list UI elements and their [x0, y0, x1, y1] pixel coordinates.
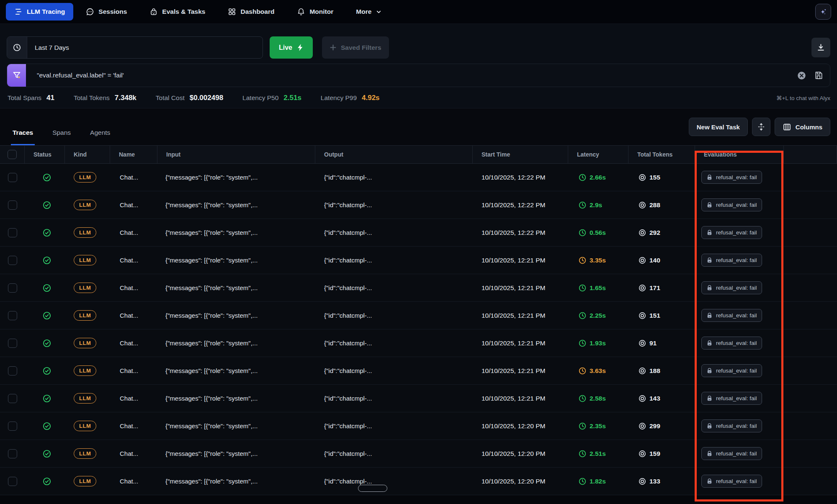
- trace-output[interactable]: {"id":"chatcmpl-...: [324, 385, 372, 412]
- row-checkbox[interactable]: [8, 173, 17, 182]
- evaluation-badge[interactable]: refusal_eval: fail: [701, 254, 762, 267]
- saved-filters-button[interactable]: Saved Filters: [322, 36, 389, 59]
- tab-traces[interactable]: Traces: [11, 129, 35, 145]
- trace-output[interactable]: {"id":"chatcmpl-...: [324, 219, 372, 246]
- table-row[interactable]: LLM Chat... {"messages": [{"role": "syst…: [0, 302, 837, 329]
- trace-input[interactable]: {"messages": [{"role": "system",...: [165, 385, 258, 412]
- row-checkbox[interactable]: [8, 256, 17, 265]
- time-range-select[interactable]: Last 7 Days: [7, 36, 263, 59]
- row-checkbox[interactable]: [8, 422, 17, 431]
- row-checkbox[interactable]: [8, 201, 17, 210]
- clear-query-icon[interactable]: [797, 71, 806, 80]
- query-input[interactable]: "eval.refusal_eval.label" = 'fail': [37, 72, 124, 79]
- trace-name[interactable]: Chat...: [120, 302, 138, 329]
- trace-output[interactable]: {"id":"chatcmpl-...: [324, 164, 372, 191]
- table-row[interactable]: LLM Chat... {"messages": [{"role": "syst…: [0, 468, 837, 495]
- table-row[interactable]: LLM Chat... {"messages": [{"role": "syst…: [0, 329, 837, 357]
- trace-name[interactable]: Chat...: [120, 164, 138, 191]
- new-eval-task-button[interactable]: New Eval Task: [689, 118, 748, 136]
- download-button[interactable]: [811, 38, 830, 57]
- trace-input[interactable]: {"messages": [{"role": "system",...: [165, 164, 258, 191]
- live-button[interactable]: Live: [270, 36, 313, 59]
- trace-output[interactable]: {"id":"chatcmpl-...: [324, 357, 372, 384]
- table-row[interactable]: LLM Chat... {"messages": [{"role": "syst…: [0, 247, 837, 274]
- trace-name[interactable]: Chat...: [120, 274, 138, 301]
- col-evaluations[interactable]: Evaluations: [695, 146, 784, 163]
- table-row[interactable]: LLM Chat... {"messages": [{"role": "syst…: [0, 385, 837, 412]
- alyx-assistant-button[interactable]: [815, 4, 831, 20]
- trace-name[interactable]: Chat...: [120, 247, 138, 274]
- table-row[interactable]: LLM Chat... {"messages": [{"role": "syst…: [0, 357, 837, 385]
- filter-query-bar[interactable]: "eval.refusal_eval.label" = 'fail': [7, 64, 830, 87]
- evaluation-badge[interactable]: refusal_eval: fail: [701, 337, 762, 350]
- col-status[interactable]: Status: [25, 146, 65, 163]
- trace-output[interactable]: {"id":"chatcmpl-...: [324, 274, 372, 301]
- select-all-checkbox[interactable]: [8, 150, 17, 159]
- table-row[interactable]: LLM Chat... {"messages": [{"role": "syst…: [0, 440, 837, 468]
- nav-item-sessions[interactable]: Sessions: [81, 3, 132, 20]
- nav-item-llm-tracing[interactable]: LLM Tracing: [6, 3, 73, 21]
- table-row[interactable]: LLM Chat... {"messages": [{"role": "syst…: [0, 412, 837, 440]
- col-start-time[interactable]: Start Time: [473, 146, 568, 163]
- trace-output[interactable]: {"id":"chatcmpl-...: [324, 247, 372, 274]
- evaluation-badge[interactable]: refusal_eval: fail: [701, 364, 762, 377]
- trace-input[interactable]: {"messages": [{"role": "system",...: [165, 247, 258, 274]
- evaluation-badge[interactable]: refusal_eval: fail: [701, 475, 762, 488]
- trace-input[interactable]: {"messages": [{"role": "system",...: [165, 468, 258, 495]
- trace-input[interactable]: {"messages": [{"role": "system",...: [165, 219, 258, 246]
- table-row[interactable]: LLM Chat... {"messages": [{"role": "syst…: [0, 219, 837, 247]
- trace-name[interactable]: Chat...: [120, 440, 138, 467]
- trace-name[interactable]: Chat...: [120, 357, 138, 384]
- col-input[interactable]: Input: [157, 146, 315, 163]
- nav-item-evals-tasks[interactable]: Evals & Tasks: [144, 3, 210, 20]
- table-row[interactable]: LLM Chat... {"messages": [{"role": "syst…: [0, 191, 837, 219]
- row-checkbox[interactable]: [8, 366, 17, 375]
- row-checkbox[interactable]: [8, 283, 17, 293]
- trace-name[interactable]: Chat...: [120, 329, 138, 357]
- evaluation-badge[interactable]: refusal_eval: fail: [701, 226, 762, 239]
- trace-name[interactable]: Chat...: [120, 385, 138, 412]
- trace-output[interactable]: {"id":"chatcmpl-...: [324, 302, 372, 329]
- row-checkbox[interactable]: [8, 477, 17, 486]
- col-total-tokens[interactable]: Total Tokens: [628, 146, 695, 163]
- trace-output[interactable]: {"id":"chatcmpl-...: [324, 412, 372, 440]
- table-row[interactable]: LLM Chat... {"messages": [{"role": "syst…: [0, 164, 837, 191]
- trace-name[interactable]: Chat...: [120, 468, 138, 495]
- nav-item-monitor[interactable]: Monitor: [292, 3, 338, 20]
- evaluation-badge[interactable]: refusal_eval: fail: [701, 281, 762, 294]
- trace-input[interactable]: {"messages": [{"role": "system",...: [165, 357, 258, 384]
- evaluation-badge[interactable]: refusal_eval: fail: [701, 419, 762, 432]
- evaluation-badge[interactable]: refusal_eval: fail: [701, 447, 762, 460]
- col-name[interactable]: Name: [110, 146, 157, 163]
- row-checkbox[interactable]: [8, 311, 17, 320]
- evaluation-badge[interactable]: refusal_eval: fail: [701, 171, 762, 184]
- nav-item-dashboard[interactable]: Dashboard: [223, 3, 279, 20]
- columns-button[interactable]: Columns: [775, 118, 830, 136]
- col-latency[interactable]: Latency: [568, 146, 628, 163]
- tab-spans[interactable]: Spans: [51, 129, 72, 145]
- row-checkbox[interactable]: [8, 394, 17, 403]
- trace-input[interactable]: {"messages": [{"role": "system",...: [165, 412, 258, 440]
- trace-name[interactable]: Chat...: [120, 219, 138, 246]
- trace-input[interactable]: {"messages": [{"role": "system",...: [165, 302, 258, 329]
- evaluation-badge[interactable]: refusal_eval: fail: [701, 309, 762, 322]
- row-checkbox[interactable]: [8, 449, 17, 458]
- tab-agents[interactable]: Agents: [88, 129, 112, 145]
- row-checkbox[interactable]: [8, 228, 17, 237]
- nav-item-more[interactable]: More: [351, 4, 387, 20]
- trace-input[interactable]: {"messages": [{"role": "system",...: [165, 274, 258, 301]
- trace-input[interactable]: {"messages": [{"role": "system",...: [165, 191, 258, 219]
- col-output[interactable]: Output: [315, 146, 473, 163]
- trace-input[interactable]: {"messages": [{"role": "system",...: [165, 329, 258, 357]
- row-checkbox[interactable]: [8, 339, 17, 348]
- trace-output[interactable]: {"id":"chatcmpl-...: [324, 440, 372, 467]
- row-height-button[interactable]: [752, 118, 770, 136]
- save-query-icon[interactable]: [814, 71, 823, 80]
- evaluation-badge[interactable]: refusal_eval: fail: [701, 392, 762, 405]
- trace-output[interactable]: {"id":"chatcmpl-...: [324, 191, 372, 219]
- trace-name[interactable]: Chat...: [120, 191, 138, 219]
- table-row[interactable]: LLM Chat... {"messages": [{"role": "syst…: [0, 274, 837, 302]
- trace-name[interactable]: Chat...: [120, 412, 138, 440]
- trace-output[interactable]: {"id":"chatcmpl-...: [324, 329, 372, 357]
- trace-input[interactable]: {"messages": [{"role": "system",...: [165, 440, 258, 467]
